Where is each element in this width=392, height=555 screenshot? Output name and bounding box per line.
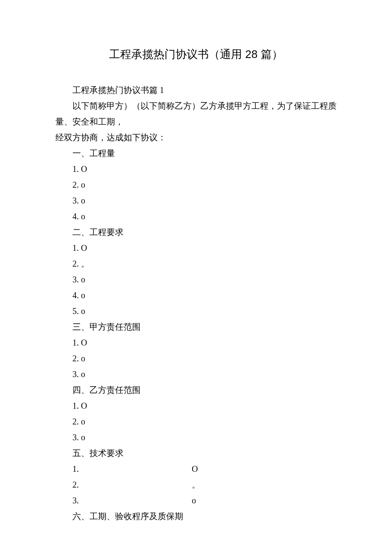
section-6-heading: 六、工期、验收程序及质保期: [55, 509, 337, 524]
section-4-heading: 四、乙方责任范围: [55, 382, 337, 398]
paragraph-1: 工程承揽热门协议书篇 1: [55, 82, 337, 98]
list-item: 4. o: [55, 209, 337, 224]
list-item: 3. o: [55, 193, 337, 209]
section-1-heading: 一、工程量: [55, 145, 337, 161]
list-item: 1. O: [55, 240, 337, 256]
paragraph-3: 经双方协商，达成如下协议：: [55, 130, 337, 145]
list-item: 5. o: [55, 303, 337, 319]
list-item: 3. o: [55, 493, 337, 509]
list-item: 2. 。: [55, 256, 337, 272]
paragraph-2: 以下简称甲方）（以下简称乙方）乙方承揽甲方工程，为了保证工程质量、安全和工期，: [55, 98, 337, 130]
section-5-heading: 五、技术要求: [55, 445, 337, 461]
document-title: 工程承揽热门协议书（通用 28 篇）: [55, 47, 337, 62]
item-mark: 。: [192, 477, 200, 493]
list-item: 2. 。: [55, 477, 337, 493]
list-item: 2. o: [55, 177, 337, 193]
item-number: 1.: [55, 461, 192, 477]
list-item: 1. O: [55, 461, 337, 477]
list-item: 2. o: [55, 351, 337, 366]
list-item: 3. o: [55, 430, 337, 445]
list-item: 3. o: [55, 272, 337, 288]
list-item: 1. O: [55, 398, 337, 414]
list-item: 1. O: [55, 335, 337, 351]
list-item: 2. o: [55, 414, 337, 430]
list-item: 3. o: [55, 366, 337, 382]
item-number: 3.: [55, 493, 192, 509]
section-3-heading: 三、甲方责任范围: [55, 319, 337, 335]
list-item: 4. o: [55, 288, 337, 303]
section-2-heading: 二、工程要求: [55, 224, 337, 240]
item-mark: O: [192, 461, 198, 477]
item-number: 2.: [55, 477, 192, 493]
item-mark: o: [192, 493, 196, 509]
list-item: 1. O: [55, 161, 337, 177]
